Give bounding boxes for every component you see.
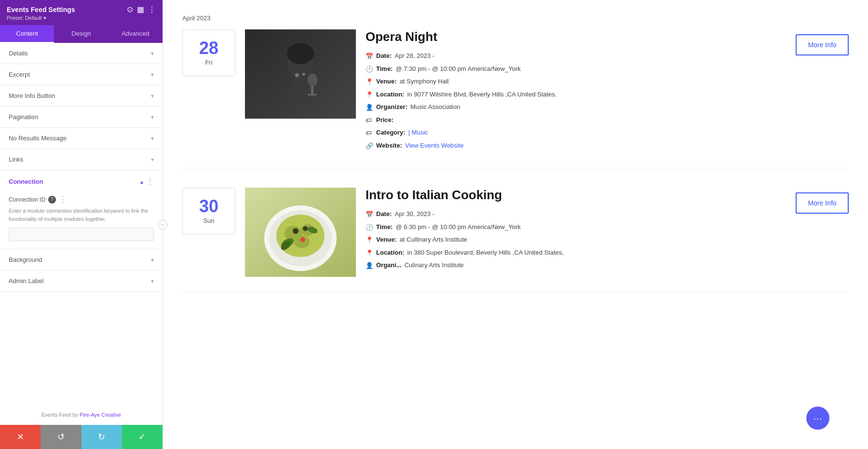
save-button[interactable]: ✓ bbox=[122, 425, 163, 449]
date-number-cooking: 30 bbox=[188, 198, 230, 215]
panel-header: Events Feed Settings ⊙ ▦ ⋮ Preset: Defau… bbox=[0, 0, 163, 25]
close-button[interactable]: ✕ bbox=[0, 425, 41, 449]
tab-advanced[interactable]: Advanced bbox=[108, 25, 163, 43]
svg-rect-6 bbox=[308, 94, 317, 95]
section-more-info-button[interactable]: More Info Button ▾ bbox=[0, 85, 163, 107]
clock-icon-cooking: 🕐 bbox=[366, 223, 373, 232]
connection-section: Connection ▴ ⋮ Connection ID ? ⋮ Enter a… bbox=[0, 170, 163, 249]
date-box-cooking: 30 Sun bbox=[182, 188, 235, 234]
svg-point-18 bbox=[293, 228, 298, 234]
more-options-icon[interactable]: ⋮ bbox=[148, 5, 156, 14]
pin-icon-opera: 📍 bbox=[366, 77, 373, 87]
tab-design[interactable]: Design bbox=[54, 25, 108, 43]
footer-link[interactable]: Pee-Aye Creative bbox=[80, 412, 121, 418]
chevron-background-icon: ▾ bbox=[151, 257, 154, 263]
right-panel: April 2023 28 Fri bbox=[163, 0, 868, 449]
section-excerpt[interactable]: Excerpt ▾ bbox=[0, 64, 163, 85]
undo-button[interactable]: ↺ bbox=[41, 425, 81, 449]
panel-bottom-bar: ✕ ↺ ↻ ✓ bbox=[0, 425, 163, 449]
panel-body: Details ▾ Excerpt ▾ More Info Button ▾ P… bbox=[0, 43, 163, 449]
pin-icon-cooking: 📍 bbox=[366, 235, 373, 245]
chevron-up-icon: ▴ bbox=[140, 178, 143, 185]
panel-preset[interactable]: Preset: Default ▾ bbox=[7, 15, 156, 21]
location-icon-cooking: 📍 bbox=[366, 248, 373, 258]
event-card-opera: 28 Fri bbox=[182, 29, 849, 168]
person-icon-opera: 👤 bbox=[366, 103, 373, 112]
chevron-details-icon: ▾ bbox=[151, 50, 154, 57]
clock-icon-opera: 🕐 bbox=[366, 65, 373, 74]
detail-date-cooking: 📅 Date: Apr 30, 2023 - bbox=[366, 209, 786, 219]
event-image-cooking bbox=[245, 188, 356, 277]
location-icon-opera: 📍 bbox=[366, 90, 373, 100]
connection-header[interactable]: Connection ▴ ⋮ bbox=[0, 170, 163, 193]
price-icon-opera: 🏷 bbox=[366, 116, 373, 125]
layout-icon[interactable]: ▦ bbox=[137, 5, 144, 14]
detail-venue-cooking: 📍 Venue: at Cullinary Arts Institute bbox=[366, 235, 786, 245]
svg-point-20 bbox=[300, 237, 305, 242]
date-box-opera: 28 Fri bbox=[182, 29, 235, 76]
event-title-cooking: Intro to Italian Cooking bbox=[366, 188, 786, 203]
resize-handle[interactable]: ↔ bbox=[158, 220, 167, 230]
calendar-icon-opera: 📅 bbox=[366, 52, 373, 61]
connection-body: Connection ID ? ⋮ Enter a module connect… bbox=[0, 193, 163, 249]
focus-icon[interactable]: ⊙ bbox=[127, 5, 133, 14]
connection-menu-icon[interactable]: ⋮ bbox=[146, 177, 154, 186]
detail-venue-opera: 📍 Venue: at Symphony Hall bbox=[366, 77, 786, 87]
section-details[interactable]: Details ▾ bbox=[0, 43, 163, 64]
chevron-links-icon: ▾ bbox=[151, 156, 154, 163]
date-day-cooking: Sun bbox=[188, 217, 230, 224]
date-number-opera: 28 bbox=[188, 40, 230, 57]
more-info-button-opera[interactable]: More Info bbox=[796, 34, 849, 55]
svg-point-8 bbox=[295, 73, 299, 77]
person-icon-cooking: 👤 bbox=[366, 261, 373, 271]
panel-header-icons: ⊙ ▦ ⋮ bbox=[127, 5, 156, 14]
detail-time-opera: 🕐 Time: @ 7:30 pm - @ 10:00 pm America/N… bbox=[366, 64, 786, 74]
event-image-opera bbox=[245, 29, 356, 119]
connection-title: Connection bbox=[9, 178, 43, 185]
detail-category-opera: 🏷 Category: | Music bbox=[366, 128, 786, 138]
detail-time-cooking: 🕐 Time: @ 6:30 pm - @ 10:00 pm America/N… bbox=[366, 222, 786, 232]
svg-point-19 bbox=[303, 226, 308, 231]
event-title-opera: Opera Night bbox=[366, 29, 786, 44]
tab-content[interactable]: Content bbox=[0, 25, 54, 43]
website-link-opera[interactable]: View Events Website bbox=[405, 141, 464, 150]
section-admin-label[interactable]: Admin Label ▾ bbox=[0, 271, 163, 292]
section-no-results[interactable]: No Results Message ▾ bbox=[0, 128, 163, 149]
connection-id-label: Connection ID bbox=[9, 196, 45, 203]
chat-bubble-icon: ··· bbox=[813, 413, 823, 424]
section-links[interactable]: Links ▾ bbox=[0, 149, 163, 170]
help-icon[interactable]: ? bbox=[48, 196, 56, 204]
svg-rect-3 bbox=[291, 77, 310, 103]
connection-description: Enter a module connection identification… bbox=[9, 207, 154, 223]
left-panel: Events Feed Settings ⊙ ▦ ⋮ Preset: Defau… bbox=[0, 0, 163, 449]
detail-date-opera: 📅 Date: Apr 28, 2023 - bbox=[366, 51, 786, 61]
detail-website-opera: 🔗 Website: View Events Website bbox=[366, 141, 786, 151]
website-icon-opera: 🔗 bbox=[366, 141, 373, 151]
event-details-opera: Opera Night 📅 Date: Apr 28, 2023 - 🕐 Tim… bbox=[366, 29, 786, 153]
section-pagination[interactable]: Pagination ▾ bbox=[0, 107, 163, 128]
detail-organizer-opera: 👤 Organizer: Music Association bbox=[366, 102, 786, 112]
panel-footer: Events Feed by Pee-Aye Creative bbox=[0, 407, 163, 422]
date-day-opera: Fri bbox=[188, 59, 230, 66]
category-link-opera[interactable]: | Music bbox=[408, 128, 428, 137]
svg-point-4 bbox=[308, 73, 317, 87]
detail-location-opera: 📍 Location: in 9077 Wilshire Blvd, Bever… bbox=[366, 90, 786, 100]
chevron-moreinfo-icon: ▾ bbox=[151, 93, 154, 99]
svg-point-7 bbox=[287, 43, 314, 64]
detail-organizer-cooking: 👤 Organi... Culinary Arts Institute bbox=[366, 260, 786, 271]
calendar-icon-cooking: 📅 bbox=[366, 210, 373, 219]
panel-tabs: Content Design Advanced bbox=[0, 25, 163, 43]
section-background[interactable]: Background ▾ bbox=[0, 249, 163, 271]
chat-bubble[interactable]: ··· bbox=[806, 407, 829, 430]
connection-id-input[interactable] bbox=[9, 228, 154, 241]
chevron-pagination-icon: ▾ bbox=[151, 114, 154, 121]
more-info-button-cooking[interactable]: More Info bbox=[796, 192, 849, 214]
svg-point-9 bbox=[302, 73, 305, 76]
redo-button[interactable]: ↻ bbox=[81, 425, 122, 449]
event-details-cooking: Intro to Italian Cooking 📅 Date: Apr 30,… bbox=[366, 188, 786, 273]
chevron-excerpt-icon: ▾ bbox=[151, 71, 154, 78]
chevron-adminlabel-icon: ▾ bbox=[151, 278, 154, 285]
connection-header-right: ▴ ⋮ bbox=[140, 177, 154, 186]
connection-id-menu-icon[interactable]: ⋮ bbox=[59, 195, 67, 204]
month-label: April 2023 bbox=[182, 14, 849, 22]
